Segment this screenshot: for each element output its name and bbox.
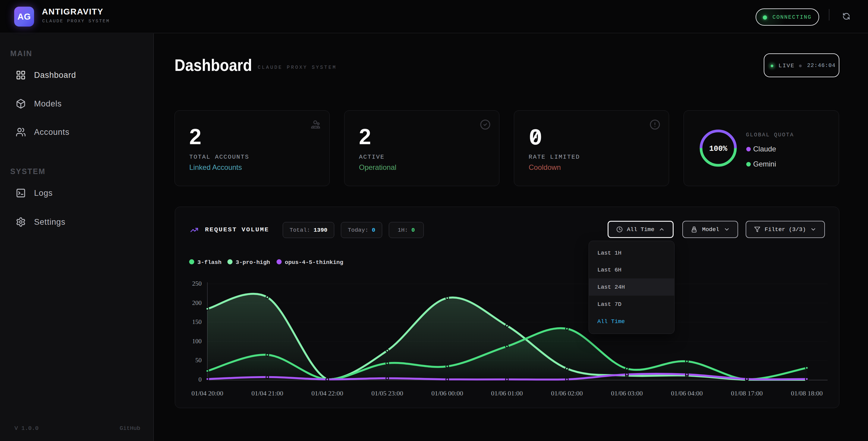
svg-text:150: 150: [192, 318, 202, 325]
svg-text:250: 250: [192, 280, 202, 287]
svg-text:100: 100: [192, 337, 202, 345]
svg-text:3-pro-high: 3-pro-high: [236, 259, 270, 266]
svg-text:3-flash: 3-flash: [197, 259, 221, 266]
svg-text:opus-4-5-thinking: opus-4-5-thinking: [285, 259, 343, 266]
svg-text:01/06 01:00: 01/06 01:00: [491, 389, 523, 397]
svg-text:01/08 17:00: 01/08 17:00: [731, 389, 763, 397]
svg-text:0: 0: [529, 125, 542, 151]
svg-text:01/06 04:00: 01/06 04:00: [671, 389, 703, 397]
svg-text:01/06 03:00: 01/06 03:00: [611, 389, 643, 397]
svg-text:01/06 00:00: 01/06 00:00: [431, 389, 463, 397]
svg-text:100%: 100%: [709, 145, 727, 153]
svg-text:01/04 21:00: 01/04 21:00: [251, 389, 283, 397]
svg-text:200: 200: [192, 299, 202, 306]
svg-text:0: 0: [198, 376, 202, 383]
svg-text:01/05 23:00: 01/05 23:00: [371, 389, 403, 397]
svg-text:01/08 18:00: 01/08 18:00: [791, 389, 823, 397]
svg-text:50: 50: [195, 356, 202, 364]
svg-text:01/04 20:00: 01/04 20:00: [191, 389, 223, 397]
svg-text:01/04 22:00: 01/04 22:00: [311, 389, 343, 397]
svg-text:01/06 02:00: 01/06 02:00: [551, 389, 583, 397]
